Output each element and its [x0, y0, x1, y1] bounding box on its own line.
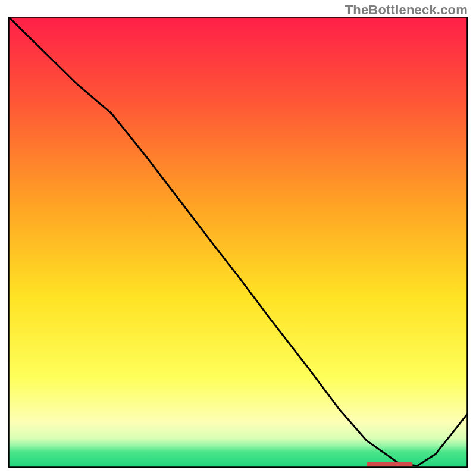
plot-frame — [8, 17, 468, 468]
optimal-region-marker — [367, 462, 412, 467]
watermark-text: TheBottleneck.com — [345, 2, 468, 18]
chart-stage: TheBottleneck.com — [0, 0, 476, 476]
bottleneck-plot — [8, 17, 468, 468]
